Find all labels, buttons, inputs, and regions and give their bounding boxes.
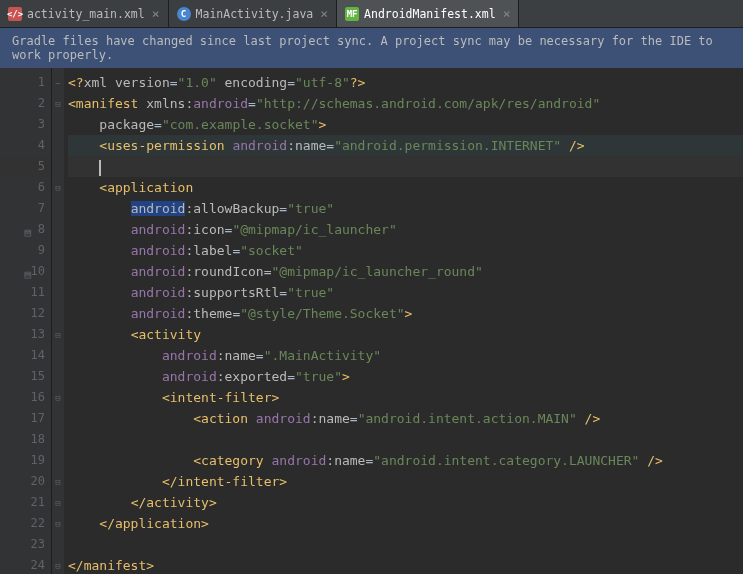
editor: 12345678▤910▤111213141516171819202122232…: [0, 68, 743, 574]
fold-marker[interactable]: ⊟: [52, 471, 64, 492]
java-icon: C: [177, 7, 191, 21]
fold-marker[interactable]: ⊟: [52, 177, 64, 198]
fold-marker[interactable]: [52, 282, 64, 303]
line-number[interactable]: 18: [0, 429, 51, 450]
line-number[interactable]: 4: [0, 135, 51, 156]
fold-marker[interactable]: [52, 114, 64, 135]
xml-icon: </>: [8, 7, 22, 21]
fold-marker[interactable]: [52, 429, 64, 450]
line-number[interactable]: 3: [0, 114, 51, 135]
fold-marker[interactable]: [52, 135, 64, 156]
fold-marker[interactable]: ⊟: [52, 93, 64, 114]
text-cursor: [99, 160, 101, 176]
fold-marker[interactable]: −: [52, 72, 64, 93]
line-number[interactable]: 11: [0, 282, 51, 303]
line-number[interactable]: 7: [0, 198, 51, 219]
line-number[interactable]: 13: [0, 324, 51, 345]
line-number[interactable]: 12: [0, 303, 51, 324]
line-number[interactable]: 5: [0, 156, 51, 177]
line-number[interactable]: 1: [0, 72, 51, 93]
fold-marker[interactable]: [52, 408, 64, 429]
line-number[interactable]: 8▤: [0, 219, 51, 240]
tab-label: AndroidManifest.xml: [364, 7, 496, 21]
fold-gutter[interactable]: −⊟⊟⊟⊟⊟⊟⊟⊟: [52, 68, 64, 574]
line-number[interactable]: 24: [0, 555, 51, 574]
fold-marker[interactable]: ⊟: [52, 492, 64, 513]
gradle-sync-notification[interactable]: Gradle files have changed since last pro…: [0, 28, 743, 68]
line-number[interactable]: 6: [0, 177, 51, 198]
tab-bar: </> activity_main.xml × C MainActivity.j…: [0, 0, 743, 28]
tab-main-activity[interactable]: C MainActivity.java ×: [169, 0, 338, 27]
close-icon[interactable]: ×: [503, 6, 511, 21]
fold-marker[interactable]: ⊟: [52, 324, 64, 345]
close-icon[interactable]: ×: [152, 6, 160, 21]
line-number[interactable]: 14: [0, 345, 51, 366]
fold-marker[interactable]: ⊟: [52, 513, 64, 534]
line-number[interactable]: 15: [0, 366, 51, 387]
fold-marker[interactable]: [52, 450, 64, 471]
fold-marker[interactable]: [52, 240, 64, 261]
tab-android-manifest[interactable]: MF AndroidManifest.xml ×: [337, 0, 519, 27]
fold-marker[interactable]: [52, 198, 64, 219]
line-number[interactable]: 21: [0, 492, 51, 513]
line-number[interactable]: 10▤: [0, 261, 51, 282]
manifest-icon: MF: [345, 7, 359, 21]
line-number[interactable]: 20: [0, 471, 51, 492]
line-number[interactable]: 16: [0, 387, 51, 408]
fold-marker[interactable]: ⊟: [52, 387, 64, 408]
fold-marker[interactable]: ⊟: [52, 555, 64, 574]
fold-marker[interactable]: [52, 261, 64, 282]
code-area[interactable]: <?xml version="1.0" encoding="utf-8"?> <…: [64, 68, 743, 574]
tab-activity-main[interactable]: </> activity_main.xml ×: [0, 0, 169, 27]
close-icon[interactable]: ×: [320, 6, 328, 21]
tab-label: activity_main.xml: [27, 7, 145, 21]
line-number[interactable]: 23: [0, 534, 51, 555]
fold-marker[interactable]: [52, 303, 64, 324]
line-number[interactable]: 2: [0, 93, 51, 114]
tab-label: MainActivity.java: [196, 7, 314, 21]
line-number[interactable]: 19: [0, 450, 51, 471]
line-gutter[interactable]: 12345678▤910▤111213141516171819202122232…: [0, 68, 52, 574]
line-number[interactable]: 9: [0, 240, 51, 261]
line-number[interactable]: 17: [0, 408, 51, 429]
fold-marker[interactable]: [52, 219, 64, 240]
fold-marker[interactable]: [52, 534, 64, 555]
fold-marker[interactable]: [52, 366, 64, 387]
fold-marker[interactable]: [52, 345, 64, 366]
fold-marker[interactable]: [52, 156, 64, 177]
line-number[interactable]: 22: [0, 513, 51, 534]
